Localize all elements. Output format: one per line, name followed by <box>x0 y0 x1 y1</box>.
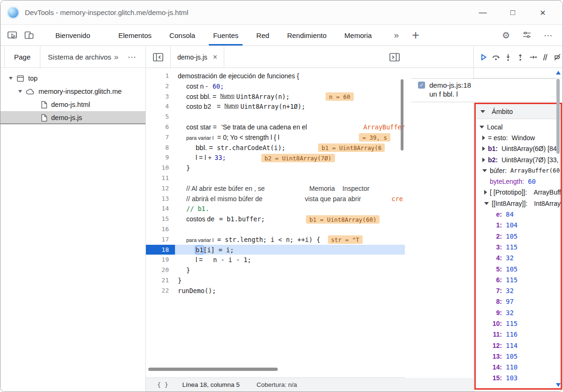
tab-elementos[interactable]: Elementos <box>109 25 160 45</box>
scope-row[interactable]: 2:105 <box>476 231 561 241</box>
scope-row[interactable]: 3:115 <box>476 241 561 252</box>
customize-icon[interactable] <box>522 30 532 40</box>
settings-gear-icon[interactable]: ⚙ <box>502 30 510 41</box>
tab-filesystem[interactable]: Sistema de archivos <box>48 53 111 61</box>
minimize-button[interactable]: — <box>475 8 490 17</box>
line-number[interactable]: 15 <box>146 214 175 224</box>
expand-arrow-icon[interactable] <box>18 90 22 93</box>
step-into-icon[interactable] <box>503 52 513 62</box>
scope-row[interactable]: 13:105 <box>476 351 561 362</box>
scope-row[interactable]: 1:104 <box>476 220 561 231</box>
tab-fuentes[interactable]: Fuentes <box>204 25 247 45</box>
tab-bienvenido[interactable]: Bienvenido <box>46 25 99 45</box>
scope-row[interactable]: 12:114 <box>476 340 561 351</box>
tab-consola[interactable]: Consola <box>160 25 204 45</box>
scope-section-header[interactable]: Ámbito <box>476 104 561 119</box>
step-icon[interactable] <box>528 52 538 62</box>
scope-row[interactable]: b2:Uint8Array(7Ø) [33, 34, <box>476 154 561 165</box>
line-number[interactable]: 20 <box>146 265 175 275</box>
tab-memoria[interactable]: Memoria <box>335 25 380 45</box>
editor-tab[interactable]: demo-js.js × <box>170 46 224 68</box>
line-number[interactable]: 4 <box>146 101 175 112</box>
line-number[interactable]: 1 <box>146 71 175 81</box>
scope-row[interactable]: = esto:Window <box>476 132 561 143</box>
scope-row[interactable]: 5:105 <box>476 264 561 274</box>
scope-row[interactable]: 6:115 <box>476 274 561 285</box>
scope-row[interactable]: 11:116 <box>476 329 561 340</box>
expand-arrow-icon[interactable] <box>9 77 13 80</box>
line-number[interactable]: 13 <box>146 194 175 204</box>
close-tab-icon[interactable]: × <box>213 53 217 61</box>
line-number[interactable]: 16 <box>146 224 175 234</box>
expand-arrow-icon[interactable] <box>482 169 487 172</box>
line-number[interactable]: 6 <box>146 122 175 132</box>
expand-arrow-icon[interactable] <box>484 202 489 205</box>
show-debugger-panel-icon[interactable] <box>389 52 400 62</box>
scope-row[interactable]: [ [Prototipo]]:ArrayBuffer <box>476 187 561 198</box>
line-number[interactable]: 19 <box>146 255 175 265</box>
tree-item[interactable]: demo-js.html <box>0 98 145 111</box>
tree-item[interactable]: top <box>0 72 145 85</box>
scope-row[interactable]: 9:32 <box>476 307 561 318</box>
navigator-menu-icon[interactable]: ⋯ <box>128 52 136 62</box>
expand-arrow-icon[interactable] <box>482 146 485 151</box>
scroll-down-icon[interactable] <box>556 383 561 387</box>
scope-row[interactable]: 8:97 <box>476 296 561 307</box>
tab-red[interactable]: Red <box>247 25 278 45</box>
line-number[interactable]: 22 <box>146 286 175 296</box>
tab-rendimiento[interactable]: Rendimiento <box>278 25 335 45</box>
tree-item[interactable]: memory-inspector.glitch.me <box>0 85 145 98</box>
scope-row[interactable]: e:84 <box>476 209 561 219</box>
scope-row[interactable]: búfer:ArrayBuffer(60) <box>476 165 561 176</box>
scope-row[interactable]: 7:32 <box>476 285 561 296</box>
resume-script-icon[interactable] <box>479 52 489 62</box>
step-out-icon[interactable] <box>515 52 525 62</box>
scope-row[interactable]: 10:115 <box>476 318 561 329</box>
scope-row[interactable]: 15:103 <box>476 373 561 384</box>
expand-arrow-icon[interactable] <box>482 136 485 140</box>
collapse-arrow-icon[interactable] <box>480 110 485 113</box>
line-number[interactable]: 7 <box>146 132 175 143</box>
more-menu-icon[interactable]: ⋯ <box>544 30 553 41</box>
pause-on-exceptions-icon[interactable] <box>552 52 563 62</box>
pretty-print-icon[interactable]: { } <box>157 381 168 388</box>
scrollbar-thumb[interactable] <box>556 79 560 154</box>
more-tabs-icon[interactable]: » <box>394 30 399 40</box>
line-number[interactable]: 5 <box>146 112 175 122</box>
scope-row[interactable]: byteLength:60 <box>476 176 561 187</box>
expand-arrow-icon[interactable] <box>484 190 487 195</box>
deactivate-breakpoints-icon[interactable] <box>540 52 550 62</box>
scope-row[interactable]: 4:32 <box>476 253 561 264</box>
tree-item[interactable]: demo-js.js <box>0 111 145 124</box>
expand-arrow-icon[interactable] <box>479 126 484 128</box>
line-number[interactable]: 9 <box>146 152 175 163</box>
inspect-element-icon[interactable] <box>7 30 17 40</box>
step-over-icon[interactable] <box>491 52 501 62</box>
close-button[interactable]: × <box>535 7 550 18</box>
line-number[interactable]: 17 <box>146 234 175 245</box>
panel-scrollbar[interactable] <box>555 68 561 389</box>
line-number[interactable]: 12 <box>146 183 175 194</box>
scope-row[interactable]: [[Int8Array]]:Int8Array« <box>476 198 561 209</box>
expand-arrow-icon[interactable] <box>482 158 485 162</box>
editor-horizontal-scrollbar[interactable] <box>148 368 278 371</box>
scope-row[interactable]: b1:Uint8Array(6Ø) [84, 104, <box>476 143 561 154</box>
navigator-overflow-icon[interactable]: » <box>114 53 118 62</box>
line-number[interactable]: 11 <box>146 173 175 183</box>
scope-row[interactable]: Local <box>476 121 561 132</box>
line-number[interactable]: 3 <box>146 91 175 102</box>
line-number[interactable]: 8 <box>146 143 175 153</box>
line-number[interactable]: 2 <box>146 81 175 91</box>
line-number[interactable]: 18 <box>146 245 175 255</box>
line-number[interactable]: 21 <box>146 275 175 286</box>
breakpoint-entry[interactable]: ✓ demo-js.js:18 un f bbl. l <box>411 78 556 102</box>
editor-vertical-scrollbar[interactable] <box>401 79 403 151</box>
scroll-up-icon[interactable] <box>556 71 561 75</box>
tab-page[interactable]: Page <box>4 46 40 68</box>
maximize-button[interactable]: □ <box>505 8 520 17</box>
line-number[interactable]: 10 <box>146 163 175 173</box>
scope-row[interactable]: 14:110 <box>476 362 561 373</box>
hide-navigator-icon[interactable] <box>152 52 164 62</box>
breakpoint-checkbox[interactable]: ✓ <box>418 82 425 89</box>
add-panel-icon[interactable]: + <box>412 28 419 43</box>
